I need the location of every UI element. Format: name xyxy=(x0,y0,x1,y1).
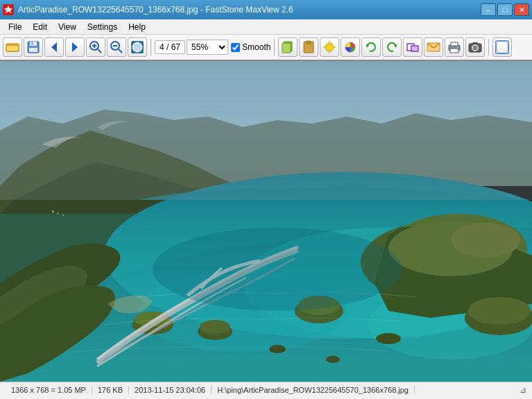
paste-button[interactable] xyxy=(299,37,318,57)
svg-point-46 xyxy=(456,46,458,49)
fit-window-button[interactable] xyxy=(128,37,147,57)
menu-file[interactable]: File xyxy=(3,21,27,33)
menu-edit[interactable]: Edit xyxy=(27,21,53,33)
zoom-in-button[interactable] xyxy=(86,37,105,57)
menu-settings[interactable]: Settings xyxy=(82,21,123,33)
svg-marker-10 xyxy=(72,42,78,52)
smooth-checkbox[interactable] xyxy=(231,43,240,52)
svg-rect-82 xyxy=(0,61,532,382)
image-canvas xyxy=(0,61,532,382)
camera-button[interactable] xyxy=(465,37,485,57)
file-size: 176 KB xyxy=(92,386,129,394)
svg-rect-19 xyxy=(134,44,141,51)
svg-rect-7 xyxy=(31,42,33,45)
svg-rect-44 xyxy=(451,42,458,46)
zoom-select[interactable]: 25% 33% 50% 55% 67% 75% 100% 150% 200% xyxy=(187,40,228,55)
toolbar-separator-3 xyxy=(488,39,489,56)
resize-button[interactable] xyxy=(403,37,422,57)
svg-rect-4 xyxy=(6,45,19,51)
svg-rect-21 xyxy=(132,42,133,45)
svg-marker-9 xyxy=(51,42,57,52)
maximize-button[interactable]: □ xyxy=(497,3,513,16)
landscape-image xyxy=(0,61,532,382)
print-button[interactable] xyxy=(445,37,464,57)
title-bar: ArticParadise_ROW13225645570_1366x768.jp… xyxy=(0,0,532,19)
status-bar: 1366 x 768 = 1.05 MP 176 KB 2013-11-15 2… xyxy=(0,382,532,397)
date-time: 2013-11-15 23:04:06 xyxy=(129,386,212,394)
file-path: H:\ping\ArticParadise_ROW13225645570_136… xyxy=(212,386,415,394)
menu-help[interactable]: Help xyxy=(123,21,151,33)
svg-rect-27 xyxy=(141,49,143,53)
svg-line-17 xyxy=(119,49,122,53)
back-button[interactable] xyxy=(44,37,64,57)
svg-rect-29 xyxy=(282,43,291,53)
save-button[interactable] xyxy=(24,37,43,57)
svg-rect-25 xyxy=(132,49,133,53)
svg-rect-41 xyxy=(411,46,418,51)
forward-button[interactable] xyxy=(65,37,85,57)
nav-position-display: 4 / 67 xyxy=(155,40,185,54)
image-display-area xyxy=(0,61,532,382)
menu-view[interactable]: View xyxy=(53,21,82,33)
brightness-button[interactable] xyxy=(320,37,339,57)
svg-point-49 xyxy=(474,46,477,49)
rotate-cw-button[interactable] xyxy=(382,37,402,57)
svg-line-14 xyxy=(98,49,101,53)
toolbar-separator-2 xyxy=(274,39,275,56)
svg-rect-51 xyxy=(496,41,508,53)
zoom-out-button[interactable] xyxy=(107,37,126,57)
menu-bar: File Edit View Settings Help xyxy=(0,19,532,35)
open-folder-button[interactable] xyxy=(3,37,22,57)
resize-grip: ⊿ xyxy=(520,385,526,395)
smooth-text: Smooth xyxy=(242,42,271,52)
svg-rect-23 xyxy=(141,42,143,45)
window-title: ArticParadise_ROW13225645570_1366x768.jp… xyxy=(18,5,293,15)
toolbar-separator-1 xyxy=(151,39,151,56)
image-dimensions: 1366 x 768 = 1.05 MP xyxy=(6,386,92,394)
smooth-label: Smooth xyxy=(231,42,271,52)
svg-rect-50 xyxy=(472,42,478,44)
svg-rect-45 xyxy=(450,49,458,53)
svg-rect-8 xyxy=(29,48,37,52)
window-controls: – □ ✕ xyxy=(481,3,529,16)
color-button[interactable] xyxy=(341,37,360,57)
svg-point-32 xyxy=(325,43,334,51)
email-button[interactable] xyxy=(424,37,443,57)
svg-rect-31 xyxy=(307,41,311,44)
app-icon xyxy=(3,4,14,15)
copy-button[interactable] xyxy=(278,37,298,57)
fullscreen-button[interactable] xyxy=(492,37,512,57)
close-button[interactable]: ✕ xyxy=(514,3,529,16)
rotate-ccw-button[interactable] xyxy=(361,37,381,57)
toolbar: 4 / 67 25% 33% 50% 55% 67% 75% 100% 150%… xyxy=(0,35,532,61)
minimize-button[interactable]: – xyxy=(481,3,496,16)
